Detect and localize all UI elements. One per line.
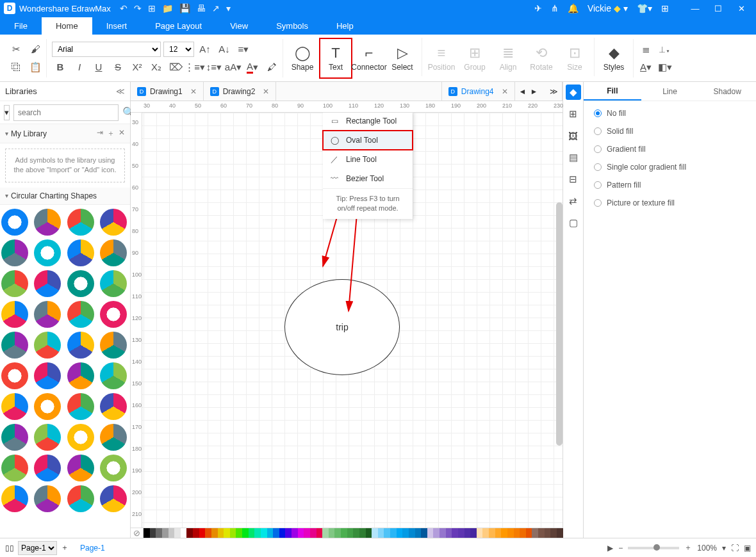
- color-swatch[interactable]: [285, 528, 292, 538]
- zoom-slider[interactable]: [628, 547, 679, 549]
- shape-thumb[interactable]: [1, 455, 28, 481]
- shape-thumb[interactable]: [34, 485, 61, 512]
- text-button[interactable]: TText: [319, 38, 352, 79]
- color-swatch[interactable]: [279, 528, 286, 538]
- shape-thumb[interactable]: [1, 332, 28, 359]
- mylibrary-section[interactable]: ▾My Library⇥＋✕: [0, 124, 130, 143]
- color-swatch[interactable]: [507, 528, 514, 538]
- shape-thumb[interactable]: [100, 362, 127, 389]
- font-family-select[interactable]: Arial: [52, 42, 161, 57]
- fullscreen-icon[interactable]: ▣: [744, 544, 751, 553]
- image-panel-icon[interactable]: 🖼: [566, 128, 581, 143]
- color-swatch[interactable]: [557, 528, 563, 538]
- color-swatch[interactable]: [433, 528, 440, 538]
- presets-icon[interactable]: ◧▾: [657, 60, 673, 75]
- shapemenu-bezier-tool[interactable]: 〰Bezier Tool: [323, 169, 413, 188]
- shape-thumb[interactable]: [100, 239, 127, 266]
- tab-overflow-icon[interactable]: ≫: [550, 87, 558, 96]
- shape-thumb[interactable]: [1, 301, 28, 328]
- shape-thumb[interactable]: [67, 332, 94, 359]
- minimize-button[interactable]: —: [684, 0, 706, 17]
- share-icon[interactable]: ⋔: [551, 3, 559, 13]
- shrink-font-icon[interactable]: A↓: [216, 42, 233, 57]
- add-page-icon[interactable]: ＋: [61, 542, 69, 553]
- color-swatch[interactable]: [174, 528, 181, 538]
- color-swatch[interactable]: [402, 528, 409, 538]
- color-swatch[interactable]: [526, 528, 532, 538]
- underline-icon[interactable]: U: [90, 60, 107, 75]
- new-icon[interactable]: ⊞: [148, 3, 156, 13]
- color-swatch[interactable]: [181, 528, 187, 538]
- italic-icon[interactable]: I: [71, 60, 88, 75]
- grid-panel-icon[interactable]: ⊞: [566, 106, 581, 122]
- close-lib-icon[interactable]: ✕: [119, 128, 125, 139]
- shape-thumb[interactable]: [67, 485, 94, 512]
- shape-thumb[interactable]: [34, 455, 61, 481]
- clear-format-icon[interactable]: ⌦: [167, 60, 184, 75]
- open-icon[interactable]: 📁: [162, 3, 173, 13]
- vscrollbar[interactable]: [556, 202, 563, 446]
- color-swatch[interactable]: [501, 528, 507, 538]
- collapse-lib-icon[interactable]: ≪: [116, 86, 125, 96]
- fit-screen-icon[interactable]: ⛶: [731, 544, 739, 553]
- shape-thumb[interactable]: [100, 270, 127, 297]
- superscript-icon[interactable]: X²: [129, 60, 145, 75]
- color-swatch[interactable]: [464, 528, 471, 538]
- color-swatch[interactable]: [254, 528, 261, 538]
- close-button[interactable]: ✕: [730, 0, 752, 17]
- color-swatch[interactable]: [427, 528, 434, 538]
- layers-icon[interactable]: ≣: [637, 42, 654, 57]
- fillopt-0[interactable]: No fill: [594, 109, 746, 118]
- filltab-shadow[interactable]: Shadow: [698, 82, 756, 101]
- shape-thumb[interactable]: [67, 455, 94, 481]
- color-swatch[interactable]: [261, 528, 267, 538]
- format-painter-icon[interactable]: 🖌: [27, 42, 44, 57]
- send-icon[interactable]: ✈: [534, 3, 542, 13]
- shape-thumb[interactable]: [34, 332, 61, 359]
- color-swatch[interactable]: [384, 528, 390, 538]
- color-swatch[interactable]: [316, 528, 323, 538]
- fillopt-1[interactable]: Solid fill: [594, 127, 746, 136]
- color-swatch[interactable]: [249, 528, 255, 538]
- shape-thumb[interactable]: [34, 424, 61, 451]
- save-icon[interactable]: 💾: [179, 3, 190, 13]
- menu-symbols[interactable]: Symbols: [262, 17, 322, 35]
- color-swatch[interactable]: [267, 528, 274, 538]
- page-view-icon[interactable]: ▯▯: [5, 544, 14, 553]
- color-swatch[interactable]: [372, 528, 378, 538]
- shapemenu-oval-tool[interactable]: ◯Oval Tool: [323, 131, 413, 150]
- fillopt-3[interactable]: Single color gradient fill: [594, 163, 746, 172]
- crop-icon[interactable]: ⟂▾: [657, 42, 673, 57]
- shape-thumb[interactable]: [67, 239, 94, 266]
- color-swatch[interactable]: [390, 528, 397, 538]
- shape-thumb[interactable]: [1, 424, 28, 451]
- color-swatch[interactable]: [409, 528, 415, 538]
- styles-button[interactable]: ◆Styles: [597, 38, 630, 79]
- redo-icon[interactable]: ↷: [134, 3, 142, 13]
- layout-panel-icon[interactable]: ⊟: [566, 172, 581, 187]
- color-swatch[interactable]: [205, 528, 211, 538]
- doctab-1[interactable]: DDrawing2✕: [204, 82, 277, 101]
- shape-thumb[interactable]: [100, 393, 127, 420]
- fillopt-2[interactable]: Gradient fill: [594, 145, 746, 154]
- apps-icon[interactable]: ⊞: [661, 3, 669, 13]
- color-swatch[interactable]: [242, 528, 249, 538]
- shape-thumb[interactable]: [34, 239, 61, 266]
- color-swatch[interactable]: [353, 528, 359, 538]
- fill-panel-icon[interactable]: ◆: [566, 85, 581, 100]
- shape-thumb[interactable]: [34, 270, 61, 297]
- color-swatch[interactable]: [304, 528, 310, 538]
- color-swatch[interactable]: [520, 528, 526, 538]
- color-swatch[interactable]: [162, 528, 168, 538]
- color-swatch[interactable]: [156, 528, 162, 538]
- shape-thumb[interactable]: [67, 301, 94, 328]
- color-swatch[interactable]: [452, 528, 458, 538]
- color-swatch[interactable]: [415, 528, 422, 538]
- shapemenu-rectangle-tool[interactable]: ▭Rectangle Tool: [323, 113, 413, 131]
- shape-thumb[interactable]: [100, 455, 127, 481]
- page-panel-icon[interactable]: ▤: [566, 150, 581, 165]
- line-spacing-icon[interactable]: ↕≡▾: [206, 60, 222, 75]
- zoom-in-icon[interactable]: ＋: [684, 542, 692, 553]
- color-swatch[interactable]: [538, 528, 545, 538]
- qat-more-icon[interactable]: ▾: [226, 3, 231, 13]
